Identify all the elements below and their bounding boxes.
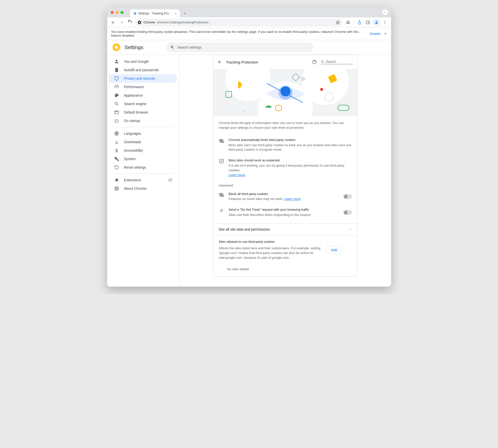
side-panel-button[interactable]: [364, 19, 372, 26]
sidebar-item-startup[interactable]: On startup: [109, 117, 177, 125]
dnt-body: Sites use their discretion when respondi…: [229, 213, 339, 217]
sidebar-item-label: Downloads: [124, 140, 141, 144]
chrome-logo-icon: [112, 43, 121, 52]
sidebar-item-performance[interactable]: Performance: [109, 83, 177, 91]
toolbar-right: [344, 19, 389, 26]
settings-main: Tracking Protection Search: [179, 55, 391, 287]
sidebar-item-label: About Chrome: [124, 187, 146, 191]
settings-search[interactable]: Search settings: [166, 42, 313, 52]
reload-button[interactable]: [127, 19, 134, 26]
sidebar-item-reset[interactable]: Reset settings: [109, 163, 177, 172]
info-bar-text: You have enabled testing third-party coo…: [111, 30, 367, 37]
menu-button[interactable]: [381, 19, 389, 26]
do-not-track-row: Send a "Do Not Track" request with your …: [213, 204, 357, 220]
learn-more-link[interactable]: Learn more: [284, 197, 301, 201]
svg-point-8: [116, 87, 117, 87]
new-tab-button[interactable]: [181, 10, 188, 17]
labs-button[interactable]: [356, 19, 363, 26]
tab-title: Settings - Tracking Protectio: [139, 12, 172, 15]
chevron-right-icon: [349, 228, 352, 231]
settings-body: You and Google Autofill and passwords Pr…: [107, 55, 391, 287]
minimize-window-icon[interactable]: [116, 11, 119, 14]
sites-allowed-title: Sites allowed to use third-party cookies: [219, 240, 352, 244]
page-search[interactable]: Search: [321, 60, 353, 64]
svg-rect-26: [338, 105, 349, 111]
chrome-icon: [138, 20, 142, 24]
back-button[interactable]: [110, 19, 117, 26]
sidebar-item-about[interactable]: About Chrome: [109, 184, 177, 193]
block-all-toggle[interactable]: [343, 194, 352, 199]
close-window-icon[interactable]: [111, 11, 114, 14]
no-sites-text: No sites added: [213, 265, 357, 276]
sidebar-item-extensions[interactable]: Extensions: [109, 176, 177, 184]
auto-limit-row: Chrome automatically limits third-party …: [213, 135, 357, 155]
sidebar-item-label: Default browser: [124, 110, 148, 114]
search-icon: [321, 60, 324, 64]
tracking-protection-card: Tracking Protection Search: [213, 55, 357, 277]
sidebar-item-appearance[interactable]: Appearance: [109, 91, 177, 100]
browser-toolbar: Chrome chrome://settings/trackingProtect…: [107, 17, 391, 27]
see-all-label: See all site data and permissions: [219, 227, 270, 231]
svg-point-11: [116, 148, 117, 149]
auto-limit-title: Chrome automatically limits third-party …: [229, 138, 352, 142]
eye-off-icon: [219, 138, 224, 144]
settings-sidebar: You and Google Autofill and passwords Pr…: [107, 55, 179, 287]
hero-illustration: [213, 69, 357, 116]
sidebar-item-system[interactable]: System: [109, 155, 177, 163]
profile-button[interactable]: [373, 19, 380, 26]
address-bar[interactable]: Chrome chrome://settings/trackingProtect…: [135, 19, 343, 26]
close-tab-icon[interactable]: [174, 12, 177, 15]
sites-allowed-body: Affects the sites listed here and their …: [219, 246, 323, 260]
page-search-placeholder: Search: [326, 60, 336, 64]
extensions-button[interactable]: [344, 19, 352, 26]
sidebar-item-search-engine[interactable]: Search engine: [109, 100, 177, 108]
sidebar-item-label: On startup: [124, 119, 140, 123]
sidebar-item-label: Extensions: [124, 178, 141, 182]
sidebar-item-languages[interactable]: Languages: [109, 129, 177, 138]
tab-search-button[interactable]: [382, 9, 388, 15]
sites-work-title: Most sites should work as expected: [229, 158, 352, 163]
browser-window: Settings - Tracking Protectio Chrome chr…: [107, 7, 391, 287]
sidebar-item-privacy[interactable]: Privacy and security: [109, 74, 177, 83]
svg-rect-22: [292, 73, 299, 81]
gear-icon: [133, 12, 137, 15]
sidebar-item-downloads[interactable]: Downloads: [109, 138, 177, 146]
block-all-row: Block all third-party cookies Features o…: [213, 189, 357, 205]
sidebar-item-label: System: [124, 157, 136, 161]
disable-link[interactable]: Disable: [370, 32, 380, 36]
person-icon: [374, 20, 378, 24]
window-controls[interactable]: [111, 11, 124, 14]
svg-point-7: [116, 60, 117, 62]
block-all-title: Block all third-party cookies: [229, 192, 339, 196]
sidebar-item-accessibility[interactable]: Accessibility: [109, 146, 177, 155]
eye-off-icon: [219, 192, 224, 198]
browser-tab[interactable]: Settings - Tracking Protectio: [130, 9, 180, 17]
sidebar-item-you[interactable]: You and Google: [109, 57, 177, 66]
sidebar-item-label: Accessibility: [124, 148, 143, 152]
url-text: chrome://settings/trackingProtection: [157, 20, 209, 24]
sites-work-row: Most sites should work as expected If a …: [213, 155, 357, 180]
auto-limit-body: Most sites can't use third-party cookies…: [229, 143, 352, 152]
back-arrow-icon[interactable]: [217, 60, 222, 64]
intro-text: Chrome limits the type of information si…: [213, 116, 357, 135]
sidebar-item-label: Autofill and passwords: [124, 68, 159, 72]
svg-point-3: [376, 21, 377, 22]
sidebar-item-autofill[interactable]: Autofill and passwords: [109, 66, 177, 74]
sidebar-item-label: Privacy and security: [124, 76, 155, 80]
bookmark-icon[interactable]: [336, 20, 340, 25]
help-icon[interactable]: [312, 60, 317, 64]
dnt-title: Send a "Do Not Track" request with your …: [229, 207, 339, 212]
close-icon[interactable]: [384, 32, 387, 35]
svg-point-13: [116, 188, 117, 190]
svg-point-24: [320, 88, 323, 91]
chevron-down-icon: [384, 11, 387, 14]
forward-button[interactable]: [118, 19, 125, 26]
maximize-window-icon[interactable]: [121, 11, 124, 14]
info-bar: You have enabled testing third-party coo…: [107, 27, 391, 40]
learn-more-link[interactable]: Learn more: [229, 173, 245, 177]
see-all-site-data-row[interactable]: See all site data and permissions: [213, 223, 357, 235]
sidebar-item-default-browser[interactable]: Default browser: [109, 108, 177, 117]
dnt-toggle[interactable]: [343, 210, 352, 215]
add-site-button[interactable]: Add: [326, 246, 343, 254]
svg-point-1: [139, 22, 140, 23]
